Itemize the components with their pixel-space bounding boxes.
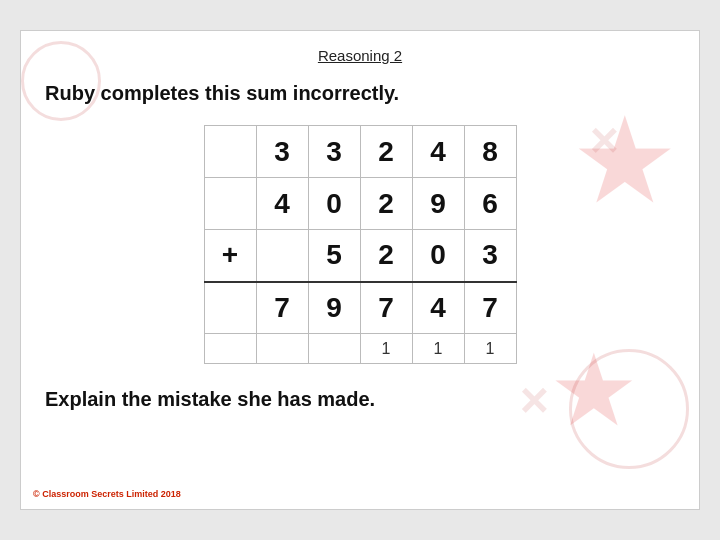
cell-r3-c1	[256, 230, 308, 282]
explain-text: Explain the mistake she has made.	[45, 388, 675, 411]
cell-r2-c2: 0	[308, 178, 360, 230]
carry-c5: 1	[464, 334, 516, 364]
cell-r1-c1: 3	[256, 126, 308, 178]
cell-r2-c4: 9	[412, 178, 464, 230]
cell-r4-c0	[204, 282, 256, 334]
table-row: 3 3 2 4 8	[204, 126, 516, 178]
carry-c2	[308, 334, 360, 364]
cell-r1-c4: 4	[412, 126, 464, 178]
cell-r3-c2: 5	[308, 230, 360, 282]
math-table-wrapper: 3 3 2 4 8 4 0 2 9 6	[45, 125, 675, 364]
card: ★ ★ × × Reasoning 2 Ruby completes this …	[20, 30, 700, 510]
carry-c0	[204, 334, 256, 364]
cell-r1-c2: 3	[308, 126, 360, 178]
math-table: 3 3 2 4 8 4 0 2 9 6	[204, 125, 517, 364]
cell-r2-c5: 6	[464, 178, 516, 230]
cell-r3-c3: 2	[360, 230, 412, 282]
table-row-result: 7 9 7 4 7	[204, 282, 516, 334]
cell-r4-c1: 7	[256, 282, 308, 334]
cell-r3-c0: +	[204, 230, 256, 282]
intro-text: Ruby completes this sum incorrectly.	[45, 82, 675, 105]
cell-r2-c3: 2	[360, 178, 412, 230]
cell-r1-c5: 8	[464, 126, 516, 178]
cell-r1-c3: 2	[360, 126, 412, 178]
cell-r4-c4: 4	[412, 282, 464, 334]
cell-r2-c0	[204, 178, 256, 230]
cell-r4-c2: 9	[308, 282, 360, 334]
table-row-carry: 1 1 1	[204, 334, 516, 364]
cell-r1-c0	[204, 126, 256, 178]
cell-r3-c4: 0	[412, 230, 464, 282]
table-row: + 5 2 0 3	[204, 230, 516, 282]
carry-c4: 1	[412, 334, 464, 364]
page-title: Reasoning 2	[45, 47, 675, 64]
cell-r2-c1: 4	[256, 178, 308, 230]
main-content: Reasoning 2 Ruby completes this sum inco…	[45, 47, 675, 411]
cell-r3-c5: 3	[464, 230, 516, 282]
footer-logo: © Classroom Secrets Limited 2018	[33, 489, 181, 499]
footer: © Classroom Secrets Limited 2018	[33, 483, 181, 501]
table-row: 4 0 2 9 6	[204, 178, 516, 230]
carry-c1	[256, 334, 308, 364]
cell-r4-c5: 7	[464, 282, 516, 334]
cell-r4-c3: 7	[360, 282, 412, 334]
carry-c3: 1	[360, 334, 412, 364]
